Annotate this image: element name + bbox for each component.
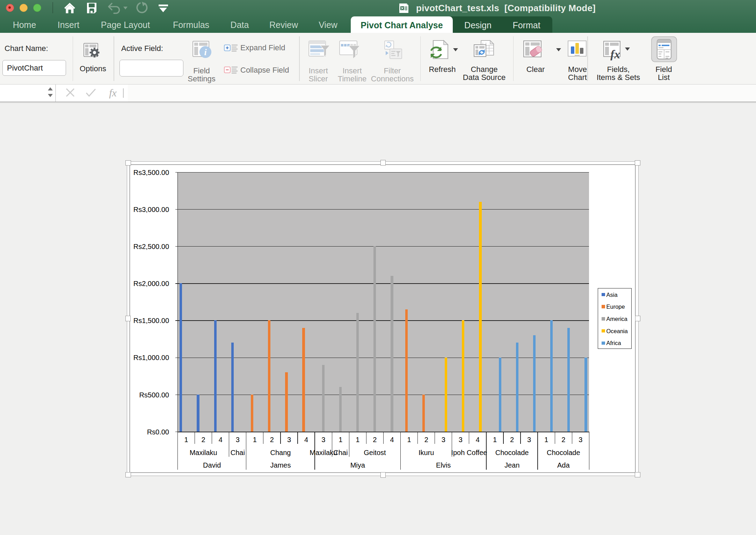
svg-text:i: i [204,47,207,57]
svg-text:fx: fx [109,87,117,98]
svg-text:fx: fx [610,48,620,60]
